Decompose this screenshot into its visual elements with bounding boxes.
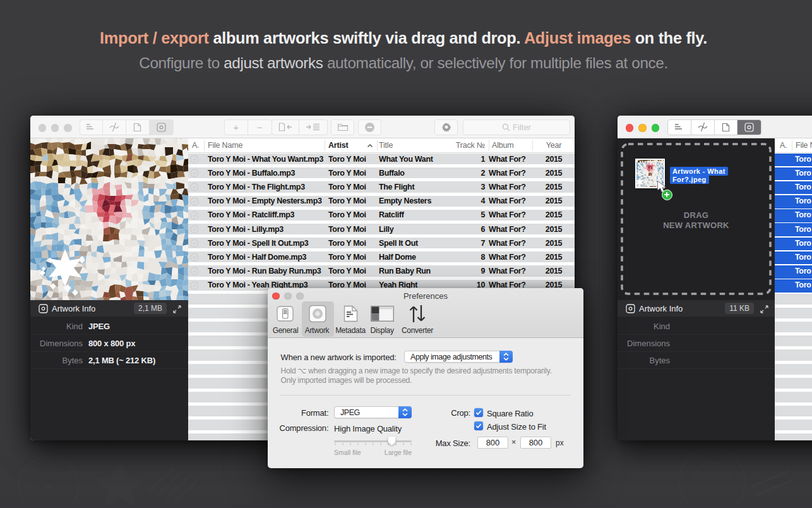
svg-text:GRUM: GRUM	[608, 469, 674, 493]
